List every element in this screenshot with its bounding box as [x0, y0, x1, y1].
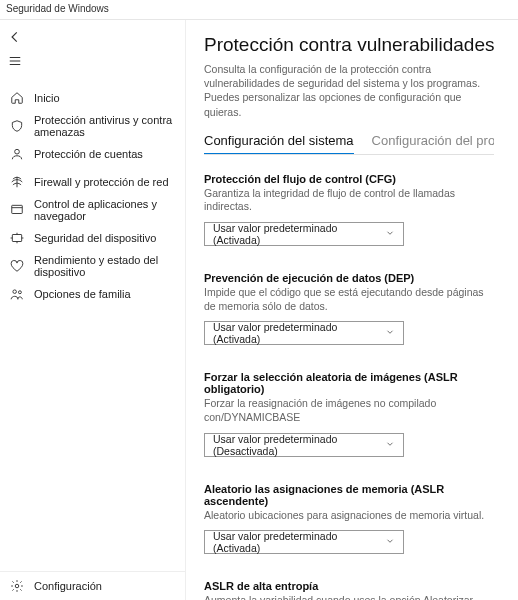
sidebar-item-devicesecurity[interactable]: Seguridad del dispositivo: [0, 224, 185, 252]
setting-select[interactable]: Usar valor predeterminado (Activada): [204, 321, 404, 345]
setting-aslr-bottomup: Aleatorio las asignaciones de memoria (A…: [204, 483, 494, 555]
setting-cfg: Protección del flujo de control (CFG) Ga…: [204, 173, 494, 246]
window-title: Seguridad de Windows: [6, 3, 109, 14]
setting-heading: ASLR de alta entropía: [204, 580, 494, 592]
setting-heading: Forzar la selección aleatoria de imágene…: [204, 371, 494, 395]
chevron-down-icon: [385, 327, 395, 339]
sidebar-item-label: Protección antivirus y contra amenazas: [34, 114, 175, 138]
person-icon: [10, 147, 24, 161]
app-icon: [10, 203, 24, 217]
page-title: Protección contra vulnerabilidades: [204, 34, 500, 56]
sidebar-item-label: Opciones de familia: [34, 288, 131, 300]
setting-dep: Prevención de ejecución de datos (DEP) I…: [204, 272, 494, 345]
sidebar-item-virus[interactable]: Protección antivirus y contra amenazas: [0, 112, 185, 140]
sidebar-item-settings[interactable]: Configuración: [0, 572, 185, 600]
setting-heading: Prevención de ejecución de datos (DEP): [204, 272, 494, 284]
sidebar-item-home[interactable]: Inicio: [0, 84, 185, 112]
sidebar-item-label: Firewall y protección de red: [34, 176, 169, 188]
setting-aslr-force: Forzar la selección aleatoria de imágene…: [204, 371, 494, 456]
tab-label: Configuración del sistema: [204, 133, 354, 148]
tab-label: Configuración del programa: [372, 133, 494, 148]
setting-heading: Aleatorio las asignaciones de memoria (A…: [204, 483, 494, 507]
tab-program[interactable]: Configuración del programa: [372, 133, 494, 154]
setting-select[interactable]: Usar valor predeterminado (Desactivada): [204, 433, 404, 457]
sidebar-item-account[interactable]: Protección de cuentas: [0, 140, 185, 168]
hamburger-icon: [8, 54, 22, 70]
select-value: Usar valor predeterminado (Desactivada): [213, 433, 385, 457]
sidebar-item-family[interactable]: Opciones de familia: [0, 280, 185, 308]
sidebar-item-label: Protección de cuentas: [34, 148, 143, 160]
setting-heading: Protección del flujo de control (CFG): [204, 173, 494, 185]
back-button[interactable]: [0, 26, 30, 50]
setting-desc: Aumenta la variabilidad cuando uses la o…: [204, 594, 494, 600]
chevron-down-icon: [385, 536, 395, 548]
back-arrow-icon: [8, 30, 22, 46]
chevron-down-icon: [385, 228, 395, 240]
sidebar-item-performance[interactable]: Rendimiento y estado del dispositivo: [0, 252, 185, 280]
menu-button[interactable]: [0, 50, 30, 74]
svg-point-3: [13, 290, 16, 294]
chevron-down-icon: [385, 439, 395, 451]
sidebar-item-label: Inicio: [34, 92, 60, 104]
select-value: Usar valor predeterminado (Activada): [213, 530, 385, 554]
sidebar-item-label: Configuración: [34, 580, 102, 592]
sidebar-item-appcontrol[interactable]: Control de aplicaciones y navegador: [0, 196, 185, 224]
heart-icon: [10, 259, 24, 273]
sidebar-item-label: Rendimiento y estado del dispositivo: [34, 254, 175, 278]
select-value: Usar valor predeterminado (Activada): [213, 222, 385, 246]
setting-desc: Aleatorio ubicaciones para asignaciones …: [204, 509, 494, 523]
svg-point-5: [15, 584, 19, 588]
network-icon: [10, 175, 24, 189]
setting-desc: Forzar la reasignación de imágenes no co…: [204, 397, 494, 424]
setting-select[interactable]: Usar valor predeterminado (Activada): [204, 530, 404, 554]
setting-aslr-highentropy: ASLR de alta entropía Aumenta la variabi…: [204, 580, 494, 600]
window-titlebar: Seguridad de Windows: [0, 0, 518, 20]
sidebar-item-label: Control de aplicaciones y navegador: [34, 198, 175, 222]
tabs: Configuración del sistema Configuración …: [204, 133, 494, 155]
page-subtitle: Consulta la configuración de la protecci…: [204, 62, 494, 119]
gear-icon: [10, 579, 24, 593]
select-value: Usar valor predeterminado (Activada): [213, 321, 385, 345]
main-content: Protección contra vulnerabilidades Consu…: [186, 20, 518, 600]
svg-point-0: [15, 149, 20, 154]
home-icon: [10, 91, 24, 105]
sidebar-item-firewall[interactable]: Firewall y protección de red: [0, 168, 185, 196]
tab-system[interactable]: Configuración del sistema: [204, 133, 354, 154]
setting-desc: Garantiza la integridad de flujo de cont…: [204, 187, 494, 214]
chip-icon: [10, 231, 24, 245]
svg-rect-1: [12, 205, 23, 213]
svg-point-4: [18, 291, 21, 294]
sidebar: Inicio Protección antivirus y contra ame…: [0, 20, 186, 600]
family-icon: [10, 287, 24, 301]
setting-select[interactable]: Usar valor predeterminado (Activada): [204, 222, 404, 246]
svg-rect-2: [12, 235, 21, 242]
shield-icon: [10, 119, 24, 133]
setting-desc: Impide que el código que se está ejecuta…: [204, 286, 494, 313]
sidebar-item-label: Seguridad del dispositivo: [34, 232, 156, 244]
